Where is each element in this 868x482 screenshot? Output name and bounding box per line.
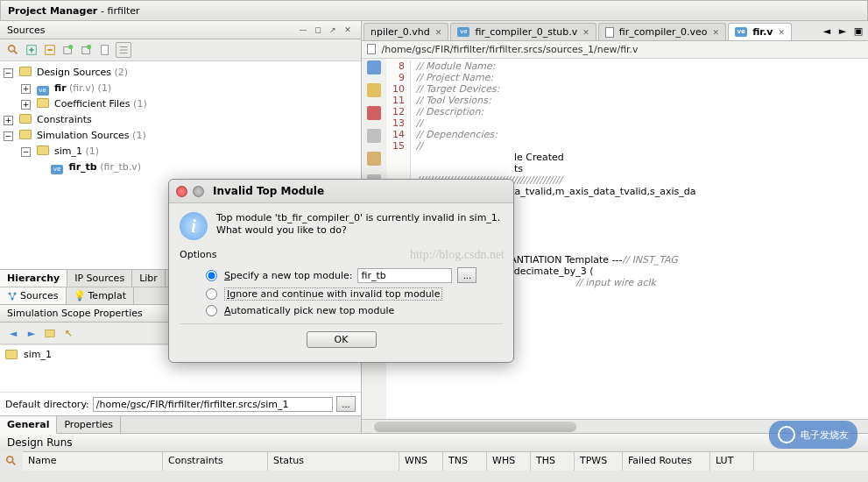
tab-properties[interactable]: Properties xyxy=(57,416,121,433)
dialog-close-icon[interactable] xyxy=(176,186,187,197)
column-header[interactable]: WHS xyxy=(487,452,531,471)
add2-icon[interactable] xyxy=(79,42,95,58)
collapse-icon[interactable] xyxy=(42,42,58,58)
copy-icon[interactable] xyxy=(367,129,381,143)
folder-icon xyxy=(37,98,49,108)
radio-auto[interactable] xyxy=(206,305,217,316)
default-dir-input[interactable] xyxy=(93,397,333,412)
subtab-templates[interactable]: 💡 Templat xyxy=(67,287,134,304)
maximize-icon[interactable]: ↗ xyxy=(327,24,339,36)
close-icon[interactable]: ✕ xyxy=(713,28,720,37)
sim-sources-count: (1) xyxy=(132,130,146,141)
module-icon: ve xyxy=(735,27,747,37)
scope-item[interactable]: sim_1 xyxy=(24,349,52,360)
code-line[interactable]: le Created xyxy=(386,152,868,163)
sim1-label[interactable]: sim_1 xyxy=(54,145,82,157)
sim-sources-label[interactable]: Simulation Sources xyxy=(37,130,130,141)
svg-rect-20 xyxy=(46,330,55,337)
folder-icon xyxy=(5,350,18,359)
close-icon[interactable]: ✕ xyxy=(779,28,786,37)
column-header[interactable]: Constraints xyxy=(163,452,268,471)
radio-specify[interactable] xyxy=(206,270,217,281)
coeff-label[interactable]: Coefficient Files xyxy=(54,98,131,110)
subtab-sources[interactable]: Sources xyxy=(0,287,67,305)
add-icon[interactable] xyxy=(60,42,76,58)
ok-button[interactable]: OK xyxy=(307,331,377,348)
code-line[interactable]: ts xyxy=(386,163,868,174)
editor-tab-fir[interactable]: ve fir.v✕ xyxy=(728,23,792,40)
code-line[interactable]: 13// xyxy=(386,117,868,129)
code-line[interactable]: 11// Tool Versions: xyxy=(386,95,868,106)
default-dir-label: Default directory: xyxy=(5,399,89,410)
browse-button[interactable]: ... xyxy=(457,267,476,283)
pointer-icon[interactable]: ↖ xyxy=(60,325,76,341)
undo-icon[interactable] xyxy=(367,83,381,97)
design-sources-label[interactable]: Design Sources xyxy=(37,67,111,78)
minimize-icon[interactable]: — xyxy=(297,24,309,36)
close-icon[interactable]: ✕ xyxy=(582,28,589,37)
code-line[interactable]: 10// Target Devices: xyxy=(386,83,868,95)
tab-menu-icon[interactable]: ▣ xyxy=(850,23,866,39)
column-header[interactable]: THS xyxy=(531,452,575,471)
option-ignore[interactable]: Ignore and continue with invalid top mod… xyxy=(206,287,503,301)
default-dir-browse[interactable]: ... xyxy=(336,396,356,412)
option-auto[interactable]: Automatically pick new top module xyxy=(206,305,503,316)
editor-tab-vhd[interactable]: npiler_0.vhd✕ xyxy=(363,23,448,40)
save-icon[interactable] xyxy=(367,60,381,74)
code-line[interactable]: 9// Project Name: xyxy=(386,72,868,83)
column-header[interactable]: Failed Routes xyxy=(623,452,710,471)
tree-toggle[interactable]: + xyxy=(4,116,13,125)
code-line[interactable]: 12// Description: xyxy=(386,106,868,117)
column-header[interactable]: WNS xyxy=(399,452,443,471)
svg-rect-11 xyxy=(102,46,109,55)
fir-file: (fir.v) (1) xyxy=(69,82,111,94)
dialog-titlebar[interactable]: Invalid Top Module xyxy=(169,180,513,203)
doc-icon[interactable] xyxy=(97,42,113,58)
tree-toggle[interactable]: + xyxy=(21,100,31,110)
column-header[interactable]: TNS xyxy=(443,452,487,471)
code-line[interactable]: 15// xyxy=(386,140,868,152)
tree-toggle[interactable]: − xyxy=(21,147,31,157)
invalid-top-module-dialog: Invalid Top Module i Top module 'tb_fir_… xyxy=(168,179,514,363)
folder-icon xyxy=(19,130,32,139)
tree-toggle[interactable]: − xyxy=(4,68,13,78)
constraints-label[interactable]: Constraints xyxy=(37,114,92,125)
tab-libraries[interactable]: Libr xyxy=(132,270,166,287)
tree-toggle[interactable]: + xyxy=(21,84,31,94)
cut-icon[interactable] xyxy=(367,106,381,120)
search-icon[interactable] xyxy=(4,453,19,469)
scope-icon[interactable] xyxy=(42,325,58,341)
code-line[interactable]: 14// Dependencies: xyxy=(386,129,868,140)
fir-label[interactable]: fir xyxy=(54,82,67,94)
tab-general[interactable]: General xyxy=(0,416,57,434)
paste-icon[interactable] xyxy=(367,152,381,166)
file-icon xyxy=(367,44,376,54)
editor-tab-stub[interactable]: ve fir_compiler_0_stub.v✕ xyxy=(450,23,596,40)
search-icon[interactable] xyxy=(5,42,21,58)
code-line[interactable]: 8// Module Name: xyxy=(386,60,868,72)
tab-hierarchy[interactable]: Hierarchy xyxy=(0,270,67,287)
column-header[interactable]: LUT xyxy=(710,452,754,471)
expand-icon[interactable] xyxy=(24,42,39,58)
radio-ignore[interactable] xyxy=(206,288,217,300)
dialog-minimize-icon[interactable] xyxy=(193,186,204,197)
back-icon[interactable]: ◄ xyxy=(5,325,21,341)
dialog-message: Top module 'tb_fir_compiler_0' is curren… xyxy=(216,212,503,240)
tree-toggle[interactable]: − xyxy=(4,131,13,141)
firtb-label[interactable]: fir_tb xyxy=(69,161,97,173)
option-specify[interactable]: Specify a new top module: ... xyxy=(206,267,503,283)
restore-icon[interactable]: ◻ xyxy=(312,24,324,36)
top-module-input[interactable] xyxy=(357,268,452,283)
list-icon[interactable] xyxy=(116,42,131,58)
column-header[interactable]: TPWS xyxy=(575,452,623,471)
column-header[interactable]: Name xyxy=(23,452,163,471)
editor-tab-veo[interactable]: fir_compiler_0.veo✕ xyxy=(598,23,726,40)
forward-icon[interactable]: ► xyxy=(24,325,39,341)
tab-next-icon[interactable]: ► xyxy=(835,23,850,39)
close-icon[interactable]: ✕ xyxy=(435,28,442,37)
close-icon[interactable]: ✕ xyxy=(342,24,354,36)
column-header[interactable]: Status xyxy=(268,452,399,471)
design-runs-panel: Design Runs NameConstraintsStatusWNSTNSW… xyxy=(0,433,868,471)
tab-ip-sources[interactable]: IP Sources xyxy=(67,270,132,287)
tab-prev-icon[interactable]: ◄ xyxy=(819,23,835,39)
